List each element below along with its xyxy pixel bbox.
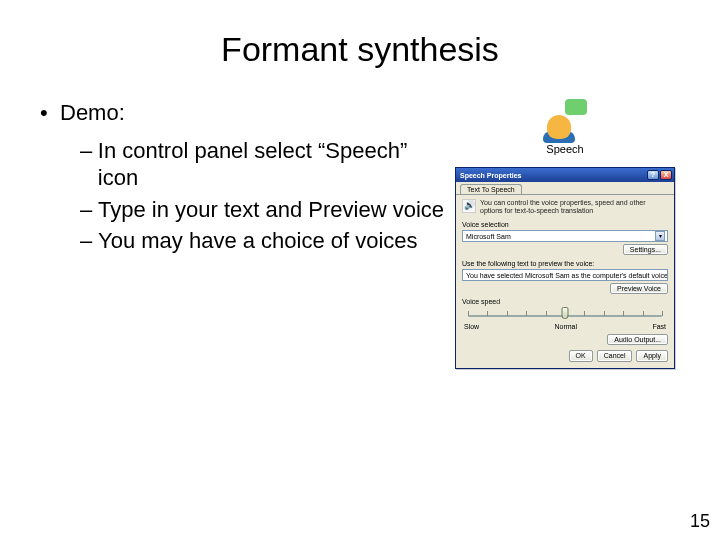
speech-icon (543, 99, 587, 139)
audio-output-button[interactable]: Audio Output... (607, 334, 668, 345)
speech-shortcut: Speech (543, 99, 587, 155)
bullet-dash: – (80, 137, 98, 192)
bullet-dash: – (80, 196, 98, 224)
voice-dropdown-value: Microsoft Sam (466, 233, 655, 240)
speed-fast-label: Fast (652, 323, 666, 330)
slide-text: • Demo: – In control panel select “Speec… (40, 99, 450, 259)
dialog-hint: You can control the voice properties, sp… (480, 199, 668, 215)
preview-label: Use the following text to preview the vo… (462, 260, 668, 267)
subbullet-2: Type in your text and Preview voice (98, 196, 444, 224)
tab-text-to-speech[interactable]: Text To Speech (460, 184, 522, 194)
bullet-dash: – (80, 227, 98, 255)
help-button[interactable]: ? (647, 170, 659, 180)
slider-thumb[interactable] (562, 307, 569, 319)
preview-text-input[interactable]: You have selected Microsoft Sam as the c… (462, 269, 668, 281)
settings-button[interactable]: Settings... (623, 244, 668, 255)
bullet-dot: • (40, 99, 60, 127)
bullet-main: Demo: (60, 99, 125, 127)
preview-voice-button[interactable]: Preview Voice (610, 283, 668, 294)
subbullet-3: You may have a choice of voices (98, 227, 418, 255)
ok-button[interactable]: OK (569, 350, 593, 362)
chevron-down-icon[interactable]: ▾ (655, 231, 665, 241)
close-button[interactable]: X (660, 170, 672, 180)
slide-title: Formant synthesis (40, 30, 680, 69)
speech-properties-dialog: Speech Properties ? X Text To Speech You… (455, 167, 675, 369)
voice-speed-slider[interactable] (468, 307, 662, 321)
speech-icon-label: Speech (543, 143, 587, 155)
voice-selection-label: Voice selection (462, 221, 668, 228)
page-number: 15 (690, 511, 710, 532)
speed-normal-label: Normal (555, 323, 578, 330)
speaker-icon (462, 199, 476, 213)
cancel-button[interactable]: Cancel (597, 350, 633, 362)
voice-speed-label: Voice speed (462, 298, 668, 305)
apply-button[interactable]: Apply (636, 350, 668, 362)
subbullet-1: In control panel select “Speech” icon (98, 137, 450, 192)
speed-slow-label: Slow (464, 323, 479, 330)
dialog-title: Speech Properties (460, 172, 521, 179)
voice-dropdown[interactable]: Microsoft Sam ▾ (462, 230, 668, 242)
